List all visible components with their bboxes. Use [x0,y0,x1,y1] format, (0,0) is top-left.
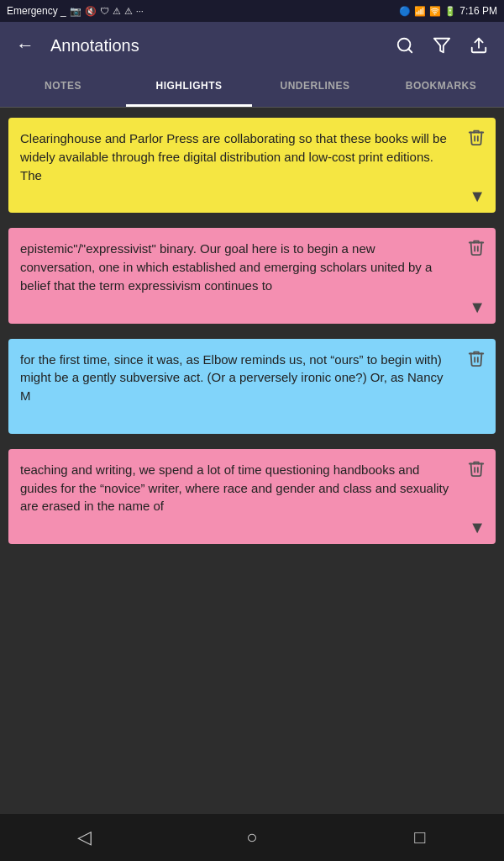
tab-bar: NOTES HIGHLIGHTS UNDERLINES BOOKMARKS [0,69,504,108]
svg-marker-2 [434,39,449,53]
camera-icon: 📷 [70,6,81,17]
expand-button-1[interactable]: ▼ [469,187,486,206]
annotation-card-4: teaching and writing, we spend a lot of … [8,449,496,544]
filter-button[interactable] [427,30,457,61]
emergency-text: Emergency _ [7,5,66,17]
expand-button-4[interactable]: ▼ [469,518,486,537]
system-home-button[interactable]: ○ [227,821,277,854]
system-recent-button[interactable]: □ [395,821,445,854]
delete-button-2[interactable] [467,238,486,261]
export-button[interactable] [464,30,494,61]
tab-underlines[interactable]: UNDERLINES [252,69,378,107]
annotations-list: Clearinghouse and Parlor Press are colla… [0,108,504,814]
delete-button-4[interactable] [467,459,486,482]
svg-line-1 [408,49,412,52]
shield-icon: 🛡 [100,6,109,16]
back-button[interactable]: ← [10,30,40,61]
annotation-text-3: for the first time, since it was, as Elb… [20,351,484,422]
system-back-button[interactable]: ◁ [59,821,109,854]
more-icon: ··· [136,6,144,16]
wifi-icon: 🛜 [429,6,441,17]
tab-notes[interactable]: NOTES [0,69,126,107]
annotation-text-2: epistemic"/"expressivist" binary. Our go… [20,240,484,311]
warning-icon-2: ⚠ [124,6,133,17]
page-title: Annotations [50,36,390,55]
annotation-card-1: Clearinghouse and Parlor Press are colla… [8,118,496,213]
annotation-card-2: epistemic"/"expressivist" binary. Our go… [8,228,496,323]
expand-button-2[interactable]: ▼ [469,298,486,317]
status-bar: Emergency _ 📷 🔇 🛡 ⚠ ⚠ ··· 🔵 📶 🛜 🔋 7:16 P… [0,0,504,22]
nav-bar: ← Annotations [0,22,504,69]
delete-button-3[interactable] [467,349,486,372]
tab-bookmarks[interactable]: BOOKMARKS [378,69,504,107]
status-bar-right: 🔵 📶 🛜 🔋 7:16 PM [399,5,497,17]
time-display: 7:16 PM [459,5,497,17]
annotation-text-1: Clearinghouse and Parlor Press are colla… [20,129,484,201]
search-button[interactable] [390,30,420,61]
nav-actions [390,30,494,61]
signal-icon: 📶 [414,6,426,17]
mute-icon: 🔇 [85,6,97,17]
battery-icon: 🔋 [444,6,456,17]
warning-icon-1: ⚠ [113,6,121,17]
status-bar-left: Emergency _ 📷 🔇 🛡 ⚠ ⚠ ··· [7,5,144,17]
bottom-nav: ◁ ○ □ [0,814,504,861]
delete-button-1[interactable] [467,128,486,151]
annotation-card-3: for the first time, since it was, as Elb… [8,339,496,434]
bluetooth-icon: 🔵 [399,6,411,17]
annotation-text-4: teaching and writing, we spend a lot of … [20,461,484,532]
tab-highlights[interactable]: HIGHLIGHTS [126,69,252,107]
